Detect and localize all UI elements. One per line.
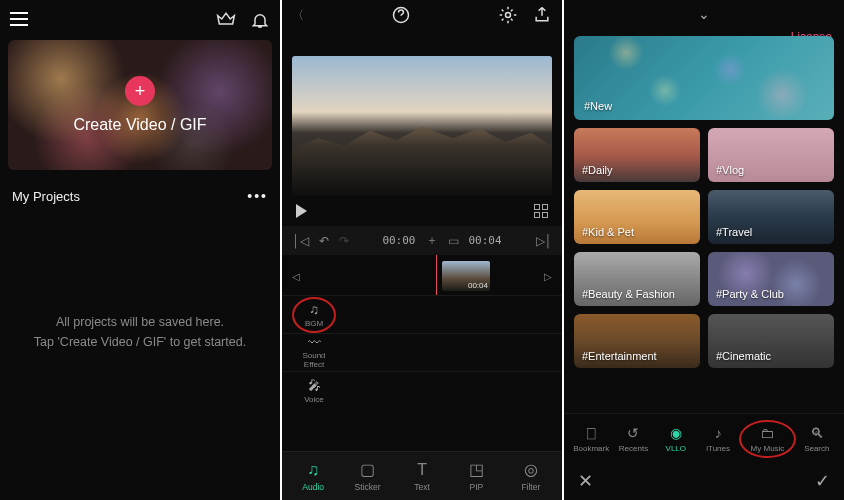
audio-icon: ♫ [307, 461, 319, 479]
crown-icon[interactable] [216, 9, 236, 29]
home-panel: + Create Video / GIF My Projects ••• All… [0, 0, 280, 500]
editor-panel: 〈 │◁ ↶ ↷ 00:00 ＋ ▭ 00:04 ▷│ ◁ [282, 0, 562, 500]
timeline-controls: │◁ ↶ ↷ 00:00 ＋ ▭ 00:04 ▷│ [282, 226, 562, 255]
gear-icon[interactable] [498, 5, 518, 25]
clip-duration: 00:04 [468, 281, 488, 290]
skip-end-icon[interactable]: ▷│ [536, 234, 553, 248]
music-panel: ⌄ License #New #Daily #Vlog #Kid & Pet #… [564, 0, 844, 500]
layer-voice[interactable]: 🎤︎ Voice [282, 371, 562, 409]
tool-audio[interactable]: ♫ Audio [286, 461, 340, 492]
projects-header: My Projects ••• [0, 178, 280, 214]
video-preview[interactable] [292, 56, 552, 196]
empty-line-2: Tap 'Create Video / GIF' to get started. [34, 332, 246, 352]
menu-icon[interactable] [10, 12, 28, 26]
help-icon[interactable] [391, 5, 411, 25]
music-top-bar: ⌄ [564, 0, 844, 28]
empty-line-1: All projects will be saved here. [56, 312, 224, 332]
category-daily[interactable]: #Daily [574, 128, 700, 182]
category-kid-pet[interactable]: #Kid & Pet [574, 190, 700, 244]
layer-sound-effect[interactable]: 〰 Sound Effect [282, 333, 562, 371]
tool-filter[interactable]: ◎ Filter [504, 460, 558, 492]
confirm-icon[interactable]: ✓ [815, 470, 830, 492]
chevron-down-icon[interactable]: ⌄ [698, 6, 710, 22]
tab-my-music[interactable]: 🗀 My Music [739, 420, 795, 458]
bell-icon[interactable] [250, 9, 270, 29]
category-new[interactable]: #New [574, 36, 834, 120]
create-video-button[interactable]: + Create Video / GIF [8, 40, 272, 170]
projects-empty-state: All projects will be saved here. Tap 'Cr… [0, 214, 280, 500]
vllo-icon: ◉ [670, 425, 682, 441]
create-label: Create Video / GIF [73, 116, 206, 134]
category-vlog[interactable]: #Vlog [708, 128, 834, 182]
tool-sticker[interactable]: ▢ Sticker [340, 460, 394, 492]
play-icon[interactable] [296, 204, 307, 218]
tab-bookmark[interactable]: ⎕ Bookmark [570, 425, 612, 453]
soundwave-icon: 〰 [308, 335, 321, 350]
mic-icon: 🎤︎ [308, 378, 321, 393]
time-current: 00:00 [382, 234, 415, 247]
music-tab-bar: ⎕ Bookmark ↺ Recents ◉ VLLO ♪ iTunes 🗀 M… [564, 413, 844, 464]
more-icon[interactable]: ••• [247, 188, 268, 204]
tab-vllo[interactable]: ◉ VLLO [655, 425, 697, 453]
voice-label: Voice [304, 395, 324, 404]
music-bottom-bar: ✕ ✓ [564, 464, 844, 500]
time-total: 00:04 [469, 234, 502, 247]
undo-icon[interactable]: ↶ [319, 234, 329, 248]
track-left-icon[interactable]: ◁ [292, 271, 300, 282]
text-icon: T [417, 461, 427, 479]
layer-bgm[interactable]: ♫ BGM [282, 295, 562, 333]
aspect-icon[interactable]: ▭ [448, 234, 459, 248]
tool-text[interactable]: T Text [395, 461, 449, 492]
sticker-icon: ▢ [360, 460, 375, 479]
category-party[interactable]: #Party & Club [708, 252, 834, 306]
editor-top-bar: 〈 [282, 0, 562, 30]
category-grid: #New #Daily #Vlog #Kid & Pet #Travel #Be… [564, 28, 844, 413]
category-beauty[interactable]: #Beauty & Fashion [574, 252, 700, 306]
category-travel[interactable]: #Travel [708, 190, 834, 244]
redo-icon[interactable]: ↷ [339, 234, 349, 248]
svg-point-1 [506, 13, 511, 18]
home-top-bar [0, 0, 280, 38]
playhead[interactable] [436, 255, 437, 295]
share-icon[interactable] [532, 5, 552, 25]
plus-icon: + [125, 76, 155, 106]
category-cinematic[interactable]: #Cinematic [708, 314, 834, 368]
tool-pip[interactable]: ◳ PIP [449, 460, 503, 492]
bgm-label: BGM [305, 319, 323, 328]
tab-itunes[interactable]: ♪ iTunes [697, 425, 739, 453]
preview-controls [282, 200, 562, 226]
clock-icon: ↺ [627, 425, 639, 441]
sound-label: Sound Effect [302, 352, 325, 370]
video-clip[interactable]: 00:04 [442, 261, 490, 291]
filter-icon: ◎ [524, 460, 538, 479]
tab-recents[interactable]: ↺ Recents [612, 425, 654, 453]
itunes-icon: ♪ [715, 425, 722, 441]
pip-icon: ◳ [469, 460, 484, 479]
projects-title: My Projects [12, 189, 80, 204]
cancel-icon[interactable]: ✕ [578, 470, 593, 492]
fullscreen-icon[interactable] [534, 204, 548, 218]
skip-start-icon[interactable]: │◁ [292, 234, 309, 248]
folder-icon: 🗀 [760, 425, 774, 441]
track-right-icon[interactable]: ▷ [544, 271, 552, 282]
search-icon: 🔍︎ [810, 425, 824, 441]
tab-search[interactable]: 🔍︎ Search [796, 425, 838, 453]
add-clip-icon[interactable]: ＋ [426, 232, 438, 249]
bookmark-icon: ⎕ [587, 425, 595, 441]
editor-toolbar: ♫ Audio ▢ Sticker T Text ◳ PIP ◎ Filter [282, 451, 562, 500]
back-icon[interactable]: 〈 [292, 7, 304, 24]
category-entertainment[interactable]: #Entertainment [574, 314, 700, 368]
music-note-icon: ♫ [309, 302, 319, 317]
timeline-track[interactable]: ◁ 00:04 ▷ [282, 255, 562, 295]
